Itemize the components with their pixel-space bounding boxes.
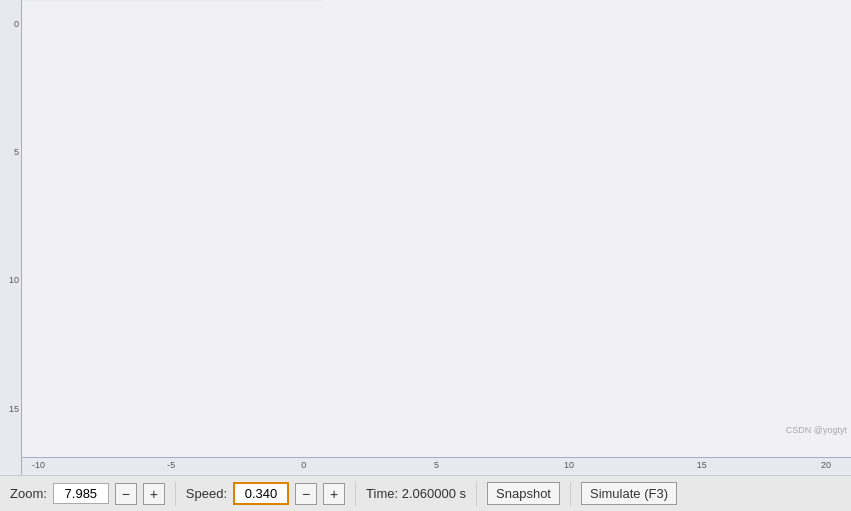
toolbar: Zoom: − + Speed: − + Time: 2.060000 s Sn… (0, 475, 851, 511)
simulation-canvas: 0 5 10 15 2/4.8>00<8 t/5 → -1 (0, 0, 851, 475)
time-label: Time: (366, 486, 398, 501)
speed-plus-button[interactable]: + (323, 483, 345, 505)
time-value: 2.060000 s (402, 486, 466, 501)
x-tick-5: 5 (434, 460, 439, 470)
time-display: Time: 2.060000 s (366, 486, 466, 501)
sim-svg[interactable]: 2/4.8>00<8 t/5 → (22, 0, 322, 150)
y-tick-15: 15 (9, 404, 19, 414)
separator-4 (570, 482, 571, 506)
snapshot-button[interactable]: Snapshot (487, 482, 560, 505)
separator-3 (476, 482, 477, 506)
x-tick-15: 15 (697, 460, 707, 470)
zoom-label: Zoom: (10, 486, 47, 501)
watermark: CSDN @yogtyt (786, 425, 847, 435)
x-tick-n5: -5 (167, 460, 175, 470)
speed-input[interactable] (233, 482, 289, 505)
x-tick-10: 10 (564, 460, 574, 470)
separator-1 (175, 482, 176, 506)
x-tick-n10: -10 (32, 460, 45, 470)
zoom-input[interactable] (53, 483, 109, 504)
separator-2 (355, 482, 356, 506)
zoom-plus-button[interactable]: + (143, 483, 165, 505)
simulate-button[interactable]: Simulate (F3) (581, 482, 677, 505)
y-tick-5: 5 (14, 147, 19, 157)
x-tick-0: 0 (301, 460, 306, 470)
y-axis-ruler: 0 5 10 15 (0, 0, 22, 475)
speed-minus-button[interactable]: − (295, 483, 317, 505)
zoom-minus-button[interactable]: − (115, 483, 137, 505)
y-tick-10: 10 (9, 275, 19, 285)
y-tick-0: 0 (14, 19, 19, 29)
speed-label: Speed: (186, 486, 227, 501)
x-tick-20: 20 (821, 460, 831, 470)
x-axis-ruler: -10 -5 0 5 10 15 20 (22, 457, 851, 475)
